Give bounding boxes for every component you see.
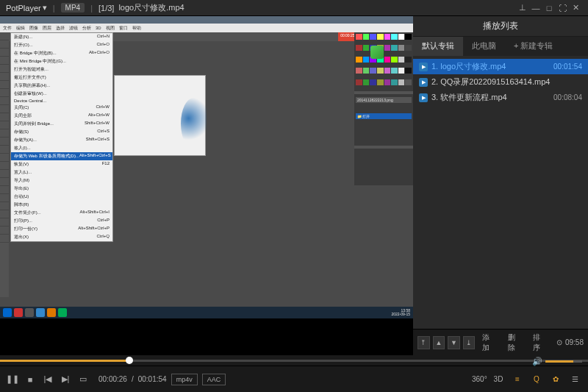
3d-button[interactable]: 3D — [491, 375, 506, 383]
progress-thumb[interactable] — [126, 357, 133, 364]
video-frame[interactable]: 文件编辑图像图层选择滤镜分析3D视图窗口帮助 00:00:25 拖拽 新建(N)… — [0, 16, 413, 318]
file-icon: ▶ — [419, 78, 428, 87]
clock-time: 09:58 — [565, 338, 584, 346]
volume-slider[interactable] — [545, 360, 582, 363]
list-item[interactable]: ▶ 1. logo尺寸修改.mp4 00:01:54 — [413, 59, 588, 74]
list-item[interactable]: ▶ 3. 软件更新流程.mp4 00:08:04 — [413, 90, 588, 105]
file-index: [1/3] — [98, 4, 114, 13]
move-down-button[interactable]: ▼ — [448, 336, 460, 349]
list-item[interactable]: ▶ 2. QQ录屏20220915163414.mp4 — [413, 74, 588, 90]
file-icon: ▶ — [419, 93, 428, 102]
move-bottom-button[interactable]: ⤓ — [463, 336, 476, 349]
time-total: 00:01:54 — [138, 375, 167, 383]
next-button[interactable]: ▶| — [59, 373, 72, 386]
file-name: logo尺寸修改.mp4 — [118, 2, 184, 13]
playlist-panel: 播放列表 默认专辑 此电脑 + 新建专辑 ▶ 1. logo尺寸修改.mp4 0… — [413, 16, 588, 355]
clock-icon: ⊙ — [556, 338, 562, 346]
codec-audio[interactable]: AAC — [202, 374, 226, 385]
open-button[interactable]: ▭ — [76, 373, 90, 386]
fullscreen-icon[interactable]: ⛶ — [556, 4, 569, 13]
time-current: 00:00:26 — [98, 375, 127, 383]
pin-icon[interactable]: ⊥ — [516, 3, 529, 13]
tab-new[interactable]: + 新建专辑 — [505, 37, 562, 56]
tab-computer[interactable]: 此电脑 — [463, 37, 505, 56]
minimize-icon[interactable]: — — [529, 4, 542, 13]
deg-button[interactable]: 360° — [472, 375, 487, 383]
delete-button[interactable]: 删除 — [503, 330, 526, 355]
playlist-tabs: 默认专辑 此电脑 + 新建专辑 — [413, 37, 588, 56]
titlebar: PotPlayer ▾ | MP4 | [1/3] logo尺寸修改.mp4 ⊥… — [0, 0, 588, 16]
move-up-button[interactable]: ▲ — [433, 336, 445, 349]
volume-icon[interactable]: 🔊 — [532, 357, 542, 366]
settings-icon[interactable]: ✿ — [548, 375, 563, 383]
move-top-button[interactable]: ⤒ — [417, 336, 430, 349]
file-icon: ▶ — [419, 63, 428, 71]
menu-icon[interactable]: ☰ — [567, 375, 582, 383]
maximize-icon[interactable]: □ — [542, 4, 556, 13]
sort-button[interactable]: 排序 — [528, 330, 551, 355]
format-badge: MP4 — [61, 3, 85, 13]
volume-control[interactable]: 🔊 — [532, 357, 582, 366]
playlist-icon[interactable]: ≡ — [510, 375, 525, 383]
progress-bar[interactable]: 🔊 — [0, 355, 588, 366]
tab-default[interactable]: 默认专辑 — [413, 37, 463, 56]
playlist-footer: ⤒ ▲ ▼ ⤓ 添加 删除 排序 ⊙ 09:58 — [413, 329, 588, 355]
video-area: 文件编辑图像图层选择滤镜分析3D视图窗口帮助 00:00:25 拖拽 新建(N)… — [0, 16, 413, 355]
playlist-items: ▶ 1. logo尺寸修改.mp4 00:01:54 ▶ 2. QQ录屏2022… — [413, 56, 588, 329]
playlist-title: 播放列表 — [413, 16, 588, 37]
prev-button[interactable]: |◀ — [41, 373, 54, 386]
codec-video[interactable]: mp4v — [171, 374, 198, 385]
pause-button[interactable]: ❚❚ — [6, 373, 19, 386]
add-button[interactable]: 添加 — [478, 330, 500, 355]
controls: ❚❚ ■ |◀ ▶| ▭ 00:00:26 / 00:01:54 mp4v AA… — [0, 366, 588, 392]
info-icon[interactable]: Q — [529, 375, 544, 383]
app-name[interactable]: PotPlayer — [6, 4, 41, 13]
dropdown-icon[interactable]: ▾ — [43, 3, 47, 13]
close-icon[interactable]: ✕ — [569, 3, 582, 13]
stop-button[interactable]: ■ — [24, 373, 37, 386]
